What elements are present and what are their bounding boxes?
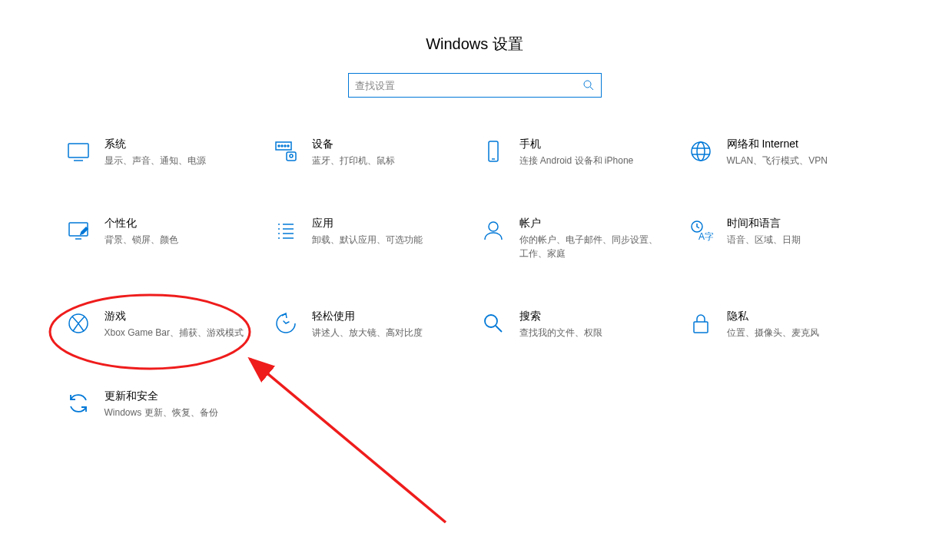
category-desc: 蓝牙、打印机、鼠标 [312,154,469,167]
category-devices[interactable]: 设备 蓝牙、打印机、鼠标 [267,134,475,171]
page-title: Windows 设置 [0,0,949,73]
svg-text:A字: A字 [698,231,713,242]
time-language-icon: A字 [689,218,713,243]
accounts-icon [481,218,506,243]
update-icon [66,391,91,416]
personalization-icon [66,218,91,243]
category-desc: 卸载、默认应用、可选功能 [312,234,469,247]
category-privacy[interactable]: 隐私 位置、摄像头、麦克风 [682,307,890,343]
globe-icon [689,139,713,164]
category-label: 手机 [519,138,676,151]
svg-point-5 [278,145,280,147]
category-gaming[interactable]: 游戏 Xbox Game Bar、捕获、游戏模式 [60,307,267,343]
svg-line-1 [590,87,593,90]
search-box[interactable] [348,73,602,98]
category-label: 游戏 [105,310,261,323]
svg-point-6 [281,145,283,147]
category-desc: 显示、声音、通知、电源 [105,154,261,167]
xbox-icon [66,311,91,336]
lock-icon [689,311,713,336]
category-time-language[interactable]: A字 时间和语言 语音、区域、日期 [682,214,890,263]
category-label: 应用 [312,217,469,230]
category-desc: 背景、锁屏、颜色 [105,234,261,247]
category-apps[interactable]: 应用 卸载、默认应用、可选功能 [267,214,475,263]
ease-of-access-icon [274,311,298,336]
svg-point-31 [485,315,497,327]
phone-icon [481,139,506,164]
apps-icon [274,218,298,243]
category-desc: 查找我的文件、权限 [519,326,676,340]
search-category-icon [481,311,506,336]
svg-point-13 [692,142,710,161]
category-label: 系统 [105,138,261,151]
svg-rect-9 [287,152,296,161]
settings-grid: 系统 显示、声音、通知、电源 设备 蓝牙、打印机、鼠标 手机 连接 [0,134,949,422]
category-label: 设备 [312,138,469,151]
category-label: 轻松使用 [312,310,469,323]
category-desc: 语音、区域、日期 [727,234,884,247]
svg-rect-33 [694,322,708,333]
svg-point-10 [290,154,293,157]
category-label: 个性化 [105,217,261,230]
category-accounts[interactable]: 帐户 你的帐户、电子邮件、同步设置、工作、家庭 [475,214,682,263]
category-label: 时间和语言 [727,217,884,230]
category-search[interactable]: 搜索 查找我的文件、权限 [475,307,682,343]
svg-rect-2 [68,144,88,157]
svg-point-7 [284,145,286,147]
svg-point-27 [489,222,498,231]
category-personalization[interactable]: 个性化 背景、锁屏、颜色 [60,214,267,263]
category-label: 隐私 [727,310,884,323]
category-desc: Windows 更新、恢复、备份 [105,406,261,419]
category-system[interactable]: 系统 显示、声音、通知、电源 [60,134,267,171]
search-icon [582,79,595,91]
svg-point-0 [584,81,591,88]
category-ease-of-access[interactable]: 轻松使用 讲述人、放大镜、高对比度 [267,307,475,343]
category-label: 帐户 [519,217,676,230]
category-desc: 连接 Android 设备和 iPhone [519,154,676,167]
system-icon [66,139,91,164]
category-update-security[interactable]: 更新和安全 Windows 更新、恢复、备份 [60,386,267,422]
category-desc: 位置、摄像头、麦克风 [727,326,884,340]
svg-point-8 [287,145,289,147]
category-desc: Xbox Game Bar、捕获、游戏模式 [105,326,261,340]
category-label: 网络和 Internet [727,138,884,151]
category-desc: 你的帐户、电子邮件、同步设置、工作、家庭 [519,234,676,260]
category-label: 更新和安全 [105,389,261,403]
category-phone[interactable]: 手机 连接 Android 设备和 iPhone [475,134,682,171]
search-input[interactable] [355,80,578,91]
svg-line-32 [496,326,502,332]
devices-icon [274,139,298,164]
category-desc: 讲述人、放大镜、高对比度 [312,326,469,340]
category-network[interactable]: 网络和 Internet WLAN、飞行模式、VPN [682,134,890,171]
category-label: 搜索 [519,310,676,323]
category-desc: WLAN、飞行模式、VPN [727,154,884,167]
svg-point-14 [697,142,705,161]
svg-rect-11 [489,141,498,161]
